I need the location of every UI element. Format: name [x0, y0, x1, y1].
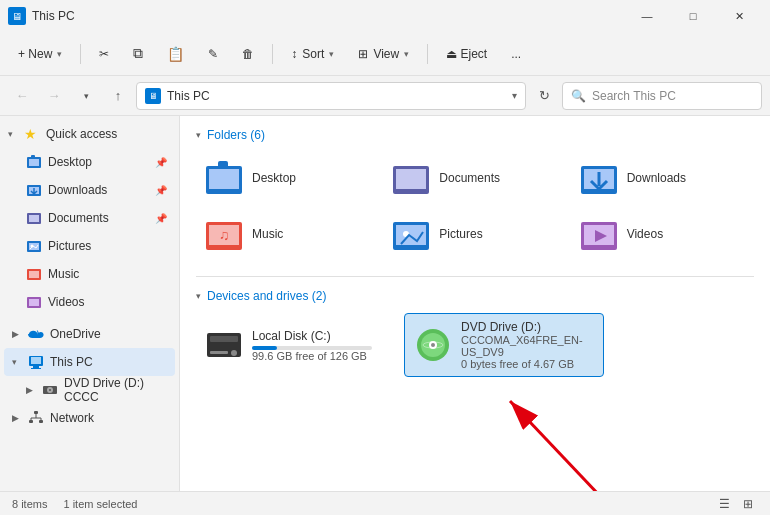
paste-icon: 📋	[167, 46, 184, 62]
title-bar-controls: — □ ✕	[624, 0, 762, 32]
drive-item-dvd-d[interactable]: DVD Drive (D:) CCCOMA_X64FRE_EN-US_DV9 0…	[404, 313, 604, 377]
paste-button[interactable]: 📋	[157, 38, 194, 70]
copy-icon: ⧉	[133, 45, 143, 62]
details-view-button[interactable]: ☰	[714, 494, 734, 514]
folders-grid: Desktop Documents	[196, 152, 754, 260]
status-bar: 8 items 1 item selected ☰ ⊞	[0, 491, 770, 515]
downloads-icon	[579, 158, 619, 198]
desktop-icon	[204, 158, 244, 198]
delete-icon: 🗑	[242, 47, 254, 61]
sidebar-item-pictures[interactable]: Pictures	[4, 232, 175, 260]
rename-button[interactable]: ✎	[198, 38, 228, 70]
view-label: View	[373, 47, 399, 61]
music-icon: ♫	[204, 214, 244, 254]
svg-rect-32	[396, 169, 426, 189]
minimize-button[interactable]: —	[624, 0, 670, 32]
folder-item-downloads[interactable]: Downloads	[571, 152, 754, 204]
content-area: ▾ Folders (6) Desktop	[180, 116, 770, 491]
view-arrow: ▾	[404, 49, 409, 59]
sidebar-item-onedrive[interactable]: ▶ OneDrive	[4, 320, 175, 348]
title-bar-icon: 🖥	[8, 7, 26, 25]
sidebar-item-desktop[interactable]: Desktop 📌	[4, 148, 175, 176]
search-box[interactable]: 🔍 Search This PC	[562, 82, 762, 110]
dvd-drive-info: DVD Drive (D:) CCCOMA_X64FRE_EN-US_DV9 0…	[461, 320, 595, 370]
delete-button[interactable]: 🗑	[232, 38, 264, 70]
svg-rect-45	[210, 336, 238, 342]
close-button[interactable]: ✕	[716, 0, 762, 32]
svg-rect-29	[209, 169, 239, 189]
documents-folder-icon	[26, 210, 42, 226]
drive-item-local-c[interactable]: Local Disk (C:) 99.6 GB free of 126 GB	[196, 313, 396, 377]
svg-rect-11	[29, 271, 39, 278]
recent-button[interactable]: ▾	[72, 82, 100, 110]
videos-label: Videos	[48, 295, 167, 309]
sidebar-item-music[interactable]: Music	[4, 260, 175, 288]
svg-rect-15	[31, 357, 41, 364]
items-count: 8 items	[12, 498, 47, 510]
local-disk-icon	[204, 325, 244, 365]
documents-pin-icon: 📌	[155, 213, 167, 224]
sidebar-quick-access-header[interactable]: ▾ ★ Quick access	[0, 120, 179, 148]
folder-item-documents[interactable]: Documents	[383, 152, 566, 204]
folders-collapse-icon[interactable]: ▾	[196, 130, 201, 140]
copy-button[interactable]: ⧉	[123, 38, 153, 70]
toolbar-separator-2	[272, 44, 273, 64]
folder-item-desktop[interactable]: Desktop	[196, 152, 379, 204]
selected-count: 1 item selected	[63, 498, 137, 510]
local-disk-name: Local Disk (C:)	[252, 329, 388, 343]
thispc-label: This PC	[50, 355, 167, 369]
refresh-button[interactable]: ↻	[530, 82, 558, 110]
folder-item-videos[interactable]: Videos	[571, 208, 754, 260]
videos-icon	[579, 214, 619, 254]
folder-item-pictures[interactable]: Pictures	[383, 208, 566, 260]
cut-icon: ✂	[99, 47, 109, 61]
svg-rect-1	[29, 159, 39, 166]
sidebar: ▾ ★ Quick access Desktop 📌 Downloads 📌 D…	[0, 116, 180, 491]
toolbar: + New ▾ ✂ ⧉ 📋 ✎ 🗑 ↕ Sort ▾ ⊞ View ▾ ⏏ Ej…	[0, 32, 770, 76]
view-button[interactable]: ⊞ View ▾	[348, 38, 419, 70]
sidebar-item-thispc[interactable]: ▾ This PC	[4, 348, 175, 376]
thispc-expand-icon: ▾	[12, 357, 22, 367]
sidebar-item-videos[interactable]: Videos	[4, 288, 175, 316]
toolbar-separator-3	[427, 44, 428, 64]
folders-section-header: ▾ Folders (6)	[196, 128, 754, 142]
sidebar-item-dvddrive[interactable]: ▶ DVD Drive (D:) CCCC	[4, 376, 175, 404]
address-box[interactable]: 🖥 This PC ▾	[136, 82, 526, 110]
svg-rect-22	[29, 420, 33, 423]
downloads-label: Downloads	[48, 183, 149, 197]
back-button[interactable]: ←	[8, 82, 36, 110]
svg-rect-23	[39, 420, 43, 423]
sort-button[interactable]: ↕ Sort ▾	[281, 38, 344, 70]
forward-button[interactable]: →	[40, 82, 68, 110]
more-button[interactable]: ...	[501, 38, 531, 70]
dvddrive-label: DVD Drive (D:) CCCC	[64, 376, 167, 404]
sort-icon: ↕	[291, 47, 297, 61]
address-chevron: ▾	[512, 90, 517, 101]
cut-button[interactable]: ✂	[89, 38, 119, 70]
documents-label: Documents	[48, 211, 149, 225]
new-button[interactable]: + New ▾	[8, 38, 72, 70]
network-icon	[28, 410, 44, 426]
search-placeholder: Search This PC	[592, 89, 676, 103]
downloads-pin-icon: 📌	[155, 185, 167, 196]
maximize-button[interactable]: □	[670, 0, 716, 32]
drives-collapse-icon[interactable]: ▾	[196, 291, 201, 301]
music-name: Music	[252, 227, 283, 241]
sidebar-item-network[interactable]: ▶ Network	[4, 404, 175, 432]
svg-rect-47	[210, 351, 228, 354]
onedrive-expand-icon: ▶	[12, 329, 22, 339]
sort-label: Sort	[302, 47, 324, 61]
desktop-name: Desktop	[252, 171, 296, 185]
sidebar-item-documents[interactable]: Documents 📌	[4, 204, 175, 232]
tiles-view-button[interactable]: ⊞	[738, 494, 758, 514]
folder-item-music[interactable]: ♫ Music	[196, 208, 379, 260]
sidebar-item-downloads[interactable]: Downloads 📌	[4, 176, 175, 204]
up-button[interactable]: ↑	[104, 82, 132, 110]
pictures-icon	[391, 214, 431, 254]
eject-button[interactable]: ⏏ Eject	[436, 38, 497, 70]
onedrive-icon	[28, 326, 44, 342]
rename-icon: ✎	[208, 47, 218, 61]
dvddrive-icon	[42, 382, 58, 398]
network-label: Network	[50, 411, 167, 425]
sort-arrow: ▾	[329, 49, 334, 59]
